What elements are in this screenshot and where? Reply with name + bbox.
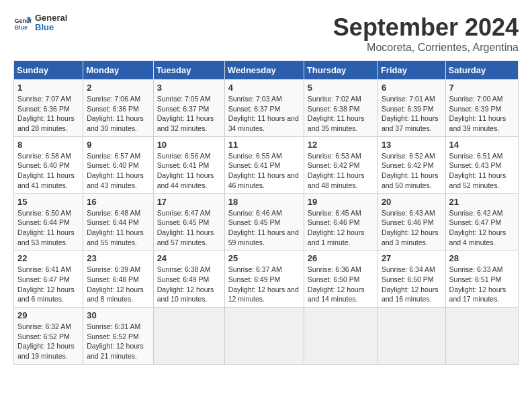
calendar-cell: 26Sunrise: 6:36 AMSunset: 6:50 PMDayligh… xyxy=(304,250,378,308)
day-number: 22 xyxy=(17,253,79,263)
header-row: SundayMondayTuesdayWednesdayThursdayFrid… xyxy=(14,61,519,80)
page-title: September 2024 xyxy=(333,13,519,42)
calendar-cell: 21Sunrise: 6:42 AMSunset: 6:47 PMDayligh… xyxy=(445,193,518,250)
day-info: Sunrise: 6:46 AMSunset: 6:45 PMDaylight:… xyxy=(228,208,300,248)
day-info: Sunrise: 7:05 AMSunset: 6:37 PMDaylight:… xyxy=(157,94,221,134)
col-header-sunday: Sunday xyxy=(14,61,83,80)
day-number: 12 xyxy=(308,140,374,150)
calendar-cell xyxy=(304,308,378,365)
day-number: 23 xyxy=(87,253,149,263)
day-number: 3 xyxy=(157,83,221,93)
calendar-cell xyxy=(224,308,304,365)
day-info: Sunrise: 6:33 AMSunset: 6:51 PMDaylight:… xyxy=(449,265,515,304)
day-number: 18 xyxy=(228,197,300,207)
day-info: Sunrise: 7:07 AMSunset: 6:36 PMDaylight:… xyxy=(17,94,79,134)
col-header-saturday: Saturday xyxy=(445,61,518,80)
day-info: Sunrise: 6:45 AMSunset: 6:46 PMDaylight:… xyxy=(308,208,374,248)
header: General Blue General Blue September 2024… xyxy=(13,13,519,54)
calendar-cell: 25Sunrise: 6:37 AMSunset: 6:49 PMDayligh… xyxy=(224,250,304,308)
day-number: 14 xyxy=(449,140,515,150)
day-number: 20 xyxy=(382,197,442,207)
day-info: Sunrise: 7:06 AMSunset: 6:36 PMDaylight:… xyxy=(87,94,149,134)
day-info: Sunrise: 6:31 AMSunset: 6:52 PMDaylight:… xyxy=(87,322,149,361)
day-number: 7 xyxy=(449,83,515,93)
calendar-cell: 6Sunrise: 7:01 AMSunset: 6:39 PMDaylight… xyxy=(378,80,445,137)
day-info: Sunrise: 6:57 AMSunset: 6:40 PMDaylight:… xyxy=(87,151,149,191)
calendar-cell: 20Sunrise: 6:43 AMSunset: 6:46 PMDayligh… xyxy=(378,193,445,250)
day-number: 30 xyxy=(87,310,149,320)
day-info: Sunrise: 6:38 AMSunset: 6:49 PMDaylight:… xyxy=(157,265,221,304)
calendar-cell: 11Sunrise: 6:55 AMSunset: 6:41 PMDayligh… xyxy=(224,136,304,193)
day-info: Sunrise: 6:48 AMSunset: 6:44 PMDaylight:… xyxy=(87,208,149,248)
col-header-wednesday: Wednesday xyxy=(224,61,304,80)
day-number: 2 xyxy=(87,83,149,93)
week-row-4: 22Sunrise: 6:41 AMSunset: 6:47 PMDayligh… xyxy=(14,250,519,308)
calendar-cell: 15Sunrise: 6:50 AMSunset: 6:44 PMDayligh… xyxy=(14,193,83,250)
day-info: Sunrise: 6:52 AMSunset: 6:42 PMDaylight:… xyxy=(382,151,442,191)
day-info: Sunrise: 6:55 AMSunset: 6:41 PMDaylight:… xyxy=(228,151,300,191)
week-row-2: 8Sunrise: 6:58 AMSunset: 6:40 PMDaylight… xyxy=(14,136,519,193)
day-info: Sunrise: 6:41 AMSunset: 6:47 PMDaylight:… xyxy=(17,265,79,304)
day-number: 17 xyxy=(157,197,221,207)
calendar-cell: 2Sunrise: 7:06 AMSunset: 6:36 PMDaylight… xyxy=(83,80,153,137)
calendar-cell: 19Sunrise: 6:45 AMSunset: 6:46 PMDayligh… xyxy=(304,193,378,250)
day-info: Sunrise: 6:43 AMSunset: 6:46 PMDaylight:… xyxy=(382,208,442,248)
calendar-cell: 18Sunrise: 6:46 AMSunset: 6:45 PMDayligh… xyxy=(224,193,304,250)
day-info: Sunrise: 6:32 AMSunset: 6:52 PMDaylight:… xyxy=(17,322,79,361)
day-number: 15 xyxy=(17,197,79,207)
day-number: 28 xyxy=(449,253,515,263)
day-info: Sunrise: 7:01 AMSunset: 6:39 PMDaylight:… xyxy=(382,94,442,134)
calendar-cell: 14Sunrise: 6:51 AMSunset: 6:43 PMDayligh… xyxy=(445,136,518,193)
day-number: 26 xyxy=(308,253,374,263)
calendar-cell: 3Sunrise: 7:05 AMSunset: 6:37 PMDaylight… xyxy=(153,80,224,137)
day-number: 10 xyxy=(157,140,221,150)
day-number: 25 xyxy=(228,253,300,263)
week-row-5: 29Sunrise: 6:32 AMSunset: 6:52 PMDayligh… xyxy=(14,308,519,365)
calendar-cell xyxy=(378,308,445,365)
calendar-cell: 22Sunrise: 6:41 AMSunset: 6:47 PMDayligh… xyxy=(14,250,83,308)
day-number: 9 xyxy=(87,140,149,150)
logo-blue: Blue xyxy=(35,23,67,32)
day-number: 4 xyxy=(228,83,300,93)
calendar-cell: 5Sunrise: 7:02 AMSunset: 6:38 PMDaylight… xyxy=(304,80,378,137)
calendar-cell: 1Sunrise: 7:07 AMSunset: 6:36 PMDaylight… xyxy=(14,80,83,137)
logo-icon: General Blue xyxy=(13,13,32,32)
calendar-cell: 29Sunrise: 6:32 AMSunset: 6:52 PMDayligh… xyxy=(14,308,83,365)
day-info: Sunrise: 6:47 AMSunset: 6:45 PMDaylight:… xyxy=(157,208,221,248)
day-number: 8 xyxy=(17,140,79,150)
calendar-cell: 23Sunrise: 6:39 AMSunset: 6:48 PMDayligh… xyxy=(83,250,153,308)
calendar-table: SundayMondayTuesdayWednesdayThursdayFrid… xyxy=(13,60,519,365)
day-number: 21 xyxy=(449,197,515,207)
calendar-cell: 28Sunrise: 6:33 AMSunset: 6:51 PMDayligh… xyxy=(445,250,518,308)
calendar-cell: 27Sunrise: 6:34 AMSunset: 6:50 PMDayligh… xyxy=(378,250,445,308)
calendar-cell: 13Sunrise: 6:52 AMSunset: 6:42 PMDayligh… xyxy=(378,136,445,193)
calendar-cell: 4Sunrise: 7:03 AMSunset: 6:37 PMDaylight… xyxy=(224,80,304,137)
day-info: Sunrise: 6:58 AMSunset: 6:40 PMDaylight:… xyxy=(17,151,79,191)
day-info: Sunrise: 6:36 AMSunset: 6:50 PMDaylight:… xyxy=(308,265,374,304)
calendar-cell xyxy=(445,308,518,365)
day-number: 1 xyxy=(17,83,79,93)
day-number: 6 xyxy=(382,83,442,93)
day-info: Sunrise: 7:02 AMSunset: 6:38 PMDaylight:… xyxy=(308,94,374,134)
day-number: 11 xyxy=(228,140,300,150)
col-header-tuesday: Tuesday xyxy=(153,61,224,80)
day-number: 29 xyxy=(17,310,79,320)
calendar-cell xyxy=(153,308,224,365)
day-info: Sunrise: 6:56 AMSunset: 6:41 PMDaylight:… xyxy=(157,151,221,191)
day-number: 16 xyxy=(87,197,149,207)
calendar-cell: 24Sunrise: 6:38 AMSunset: 6:49 PMDayligh… xyxy=(153,250,224,308)
col-header-thursday: Thursday xyxy=(304,61,378,80)
calendar-cell: 8Sunrise: 6:58 AMSunset: 6:40 PMDaylight… xyxy=(14,136,83,193)
day-number: 27 xyxy=(382,253,442,263)
day-number: 5 xyxy=(308,83,374,93)
day-info: Sunrise: 6:51 AMSunset: 6:43 PMDaylight:… xyxy=(449,151,515,191)
col-header-monday: Monday xyxy=(83,61,153,80)
day-number: 19 xyxy=(308,197,374,207)
day-info: Sunrise: 6:39 AMSunset: 6:48 PMDaylight:… xyxy=(87,265,149,304)
calendar-cell: 30Sunrise: 6:31 AMSunset: 6:52 PMDayligh… xyxy=(83,308,153,365)
calendar-cell: 12Sunrise: 6:53 AMSunset: 6:42 PMDayligh… xyxy=(304,136,378,193)
week-row-1: 1Sunrise: 7:07 AMSunset: 6:36 PMDaylight… xyxy=(14,80,519,137)
calendar-cell: 10Sunrise: 6:56 AMSunset: 6:41 PMDayligh… xyxy=(153,136,224,193)
day-number: 24 xyxy=(157,253,221,263)
day-info: Sunrise: 6:50 AMSunset: 6:44 PMDaylight:… xyxy=(17,208,79,248)
